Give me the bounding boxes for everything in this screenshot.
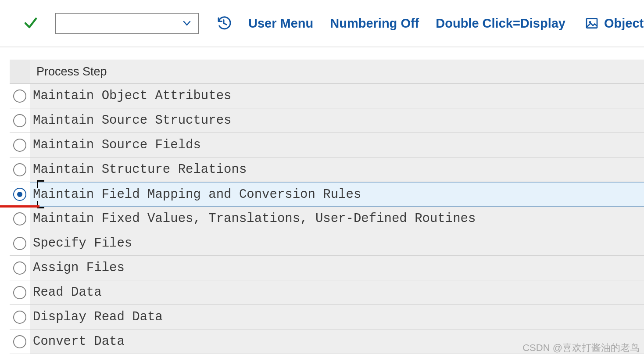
focus-bracket-top	[37, 180, 44, 188]
table-row[interactable]: Maintain Fixed Values, Translations, Use…	[10, 207, 644, 231]
radio-button[interactable]	[13, 286, 26, 299]
process-step-label: Read Data	[30, 280, 644, 305]
command-dropdown[interactable]	[55, 13, 199, 34]
table-row[interactable]: Assign Files	[10, 256, 644, 280]
table-row[interactable]: Maintain Object Attributes	[10, 84, 644, 108]
process-step-label: Maintain Structure Relations	[30, 158, 644, 182]
radio-button[interactable]	[13, 163, 26, 176]
user-menu-link[interactable]: User Menu	[248, 16, 313, 31]
radio-cell[interactable]	[10, 133, 30, 158]
accept-icon[interactable]	[23, 15, 39, 31]
double-click-mode[interactable]: Double Click=Display	[436, 16, 565, 31]
radio-button[interactable]	[13, 237, 26, 250]
object-button[interactable]: Object	[585, 16, 644, 31]
radio-button[interactable]	[13, 139, 26, 152]
annotation-underline	[0, 205, 39, 208]
radio-cell[interactable]	[10, 84, 30, 108]
radio-button[interactable]	[13, 311, 26, 324]
table-row[interactable]: Maintain Structure Relations	[10, 158, 644, 182]
process-step-label: Maintain Source Structures	[30, 108, 644, 133]
radio-cell[interactable]	[10, 158, 30, 182]
radio-button[interactable]	[13, 261, 26, 275]
radio-cell[interactable]	[10, 329, 30, 354]
table-row[interactable]: Maintain Field Mapping and Conversion Ru…	[10, 182, 644, 207]
image-icon	[585, 16, 599, 30]
process-step-table: Process Step Maintain Object AttributesM…	[10, 60, 644, 354]
radio-dot	[17, 192, 22, 197]
process-step-label: Maintain Source Fields	[30, 133, 644, 158]
radio-button[interactable]	[13, 90, 26, 103]
radio-cell[interactable]	[10, 280, 30, 305]
table-row[interactable]: Display Read Data	[10, 305, 644, 329]
radio-button[interactable]	[13, 212, 26, 226]
process-step-label: Maintain Field Mapping and Conversion Ru…	[30, 182, 644, 207]
process-step-label: Display Read Data	[30, 305, 644, 329]
process-step-label: Maintain Object Attributes	[30, 84, 644, 108]
radio-cell[interactable]	[10, 182, 30, 207]
toolbar: User Menu Numbering Off Double Click=Dis…	[0, 0, 644, 47]
radio-cell[interactable]	[10, 108, 30, 133]
history-icon[interactable]	[216, 15, 232, 31]
process-step-label: Maintain Fixed Values, Translations, Use…	[30, 207, 644, 231]
process-step-label: Specify Files	[30, 231, 644, 256]
radio-cell[interactable]	[10, 207, 30, 231]
process-step-label: Assign Files	[30, 256, 644, 280]
table-row[interactable]: Maintain Source Fields	[10, 133, 644, 158]
numbering-toggle[interactable]: Numbering Off	[330, 16, 419, 31]
table-row[interactable]: Read Data	[10, 280, 644, 305]
object-label: Object	[604, 16, 644, 31]
radio-button[interactable]	[13, 114, 26, 127]
table-row[interactable]: Specify Files	[10, 231, 644, 256]
table-row[interactable]: Maintain Source Structures	[10, 108, 644, 133]
radio-cell[interactable]	[10, 256, 30, 280]
radio-button[interactable]	[13, 188, 26, 201]
watermark: CSDN @喜欢打酱油的老鸟	[522, 341, 640, 354]
table-header-row: Process Step	[10, 60, 644, 84]
radio-header-cell	[10, 60, 30, 84]
radio-button[interactable]	[13, 335, 26, 348]
radio-cell[interactable]	[10, 305, 30, 329]
radio-cell[interactable]	[10, 231, 30, 256]
process-step-header: Process Step	[30, 60, 644, 84]
chevron-down-icon	[182, 18, 192, 29]
